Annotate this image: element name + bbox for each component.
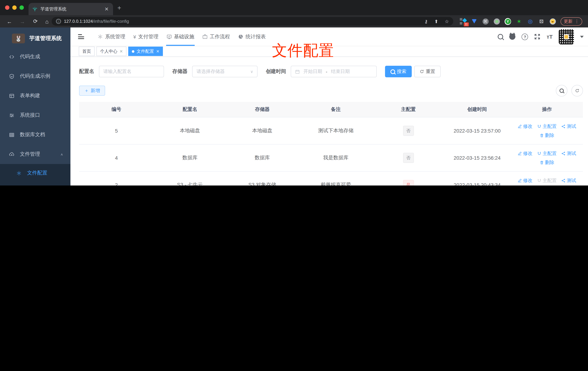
sidebar-item-file-config[interactable]: 文件配置 (0, 164, 70, 182)
yen-icon: ¥ (133, 34, 136, 40)
nav-item-reports[interactable]: 统计报表 (234, 27, 270, 46)
extensions-puzzle-icon[interactable]: ⚄ (538, 18, 545, 25)
tag-home[interactable]: 首页 (79, 47, 95, 56)
close-window-button[interactable] (5, 5, 9, 10)
master-badge: 否 (403, 153, 414, 163)
close-icon[interactable]: ✕ (120, 49, 123, 54)
config-name-label: 配置名 (79, 68, 94, 75)
extension-gem-icon[interactable] (471, 18, 477, 25)
magnet-icon (537, 151, 541, 156)
browser-menu-kebab-icon[interactable]: ⋮ (575, 19, 579, 24)
user-menu-caret-icon[interactable] (580, 36, 584, 38)
test-button[interactable]: 测试 (561, 177, 576, 184)
help-icon[interactable]: ? (522, 33, 528, 40)
tab-title: 芋道管理系统 (41, 6, 104, 12)
delete-button[interactable]: 删除 (539, 159, 554, 166)
extension-dot-icon[interactable] (493, 18, 500, 25)
set-master-button[interactable]: 主配置 (537, 123, 556, 129)
col-created: 创建时间 (443, 102, 511, 117)
show-search-button[interactable] (556, 85, 567, 96)
share-nodes-icon (561, 151, 566, 156)
sidebar-item-code-generation[interactable]: 代码生成 (0, 47, 70, 66)
tab-close-icon[interactable]: ✕ (104, 6, 109, 12)
filter-form: 配置名 请输入配置名 存储器 请选择存储器 ∨ 创建时间 开始日期 - 结束日期 (79, 66, 583, 77)
magnet-icon (537, 124, 541, 128)
form-icon (9, 93, 14, 98)
add-button[interactable]: ＋ 新增 (79, 86, 105, 96)
site-info-icon[interactable]: ⓘ (56, 19, 61, 24)
minimize-window-button[interactable] (12, 5, 17, 10)
extension-star-icon[interactable]: ✶ (516, 18, 522, 25)
share-icon[interactable]: ⬆ (434, 19, 438, 24)
browser-chrome: 芋道管理系统 ✕ + ← → ⟳ ⌂ ⓘ 127.0.0.1:1024/infr… (0, 0, 588, 27)
sidebar-item-system-api[interactable]: 系统接口 (0, 106, 70, 125)
reload-button[interactable]: ⟳ (31, 18, 40, 25)
tag-file-config[interactable]: 文件配置 ✕ (128, 47, 163, 56)
edit-button[interactable]: 修改 (518, 123, 532, 129)
github-icon[interactable] (509, 34, 515, 40)
font-size-icon[interactable]: ᴛT (547, 34, 553, 40)
pie-chart-icon (238, 34, 243, 39)
nav-item-workflow[interactable]: 工作流程 (198, 27, 234, 46)
new-tab-button[interactable]: + (117, 5, 121, 11)
briefcase-icon (202, 34, 208, 39)
sidebar-item-code-example[interactable]: 代码生成示例 (0, 66, 70, 86)
sidebar-item-file-management[interactable]: 文件管理 ∧ (0, 145, 70, 164)
window-controls (5, 5, 24, 10)
plus-icon: ＋ (84, 87, 89, 94)
search-icon (390, 69, 395, 74)
sidebar-item-db-doc[interactable]: 数据库文档 (0, 125, 70, 145)
search-icon[interactable] (498, 34, 503, 39)
search-button[interactable]: 搜索 (385, 66, 412, 77)
edit-button[interactable]: 修改 (518, 150, 532, 157)
delete-button[interactable]: 删除 (539, 132, 554, 138)
code-icon (9, 54, 14, 59)
master-badge: 是 (403, 180, 414, 186)
collapse-sidebar-icon[interactable] (78, 34, 84, 39)
nav-item-payment[interactable]: ¥ 支付管理 (129, 27, 163, 46)
pencil-icon (518, 178, 522, 183)
table-header-row: 编号 配置名 存储器 备注 主配置 创建时间 操作 (79, 102, 583, 117)
date-range-picker[interactable]: 开始日期 - 结束日期 (291, 66, 377, 77)
storage-label: 存储器 (172, 68, 188, 75)
edit-button[interactable]: 修改 (518, 177, 532, 184)
set-master-button[interactable]: 主配置 (537, 150, 556, 157)
extension-emoji-icon[interactable] (549, 18, 556, 25)
fullscreen-icon[interactable] (534, 34, 540, 40)
extension-y-icon[interactable]: Y (504, 18, 511, 25)
cloud-download-icon (9, 151, 14, 157)
bookmark-star-icon[interactable]: ☆ (445, 19, 449, 24)
refresh-icon (575, 88, 579, 93)
sidebar-item-file-list[interactable]: 文件列表 (0, 182, 70, 186)
extension-badge: 11 (463, 22, 469, 26)
create-time-label: 创建时间 (266, 68, 286, 75)
password-key-icon[interactable]: ⚷ (424, 19, 428, 24)
back-button[interactable]: ← (5, 18, 14, 24)
zoom-window-button[interactable] (20, 5, 24, 10)
sidebar-item-form-builder[interactable]: 表单构建 (0, 86, 70, 106)
browser-tab[interactable]: 芋道管理系统 ✕ (29, 3, 113, 15)
header-tools: ? ᴛT (498, 27, 584, 46)
extension-command-icon[interactable]: ⌘ (482, 18, 489, 25)
nav-item-system[interactable]: 系统管理 (94, 27, 129, 46)
extension-eye-icon[interactable]: ◎ (527, 18, 534, 25)
calendar-icon (295, 69, 300, 74)
extension-pin-icon[interactable]: 11 (460, 18, 466, 25)
tag-profile[interactable]: 个人中心 ✕ (96, 47, 126, 56)
app-header: 系统管理 ¥ 支付管理 基础设施 工作流程 (70, 27, 588, 46)
extensions-area: 11 ⌘ Y ✶ ◎ ⚄ 更新 ⋮ (460, 15, 582, 27)
storage-select[interactable]: 请选择存储器 ∨ (192, 66, 258, 77)
reset-button[interactable]: 重置 (414, 66, 441, 77)
close-icon[interactable]: ✕ (156, 49, 159, 54)
address-bar[interactable]: ⓘ 127.0.0.1:1024/infra/file/file-config … (52, 17, 453, 26)
config-name-input[interactable]: 请输入配置名 (99, 66, 164, 77)
avatar[interactable] (559, 29, 574, 44)
test-button[interactable]: 测试 (561, 123, 576, 129)
test-button[interactable]: 测试 (561, 150, 576, 157)
forward-button[interactable]: → (18, 18, 27, 24)
browser-update-button[interactable]: 更新 ⋮ (561, 17, 582, 25)
nav-item-infrastructure[interactable]: 基础设施 (163, 27, 198, 46)
home-button[interactable]: ⌂ (43, 18, 51, 24)
refresh-table-button[interactable] (571, 85, 583, 96)
shield-check-icon (9, 74, 14, 79)
